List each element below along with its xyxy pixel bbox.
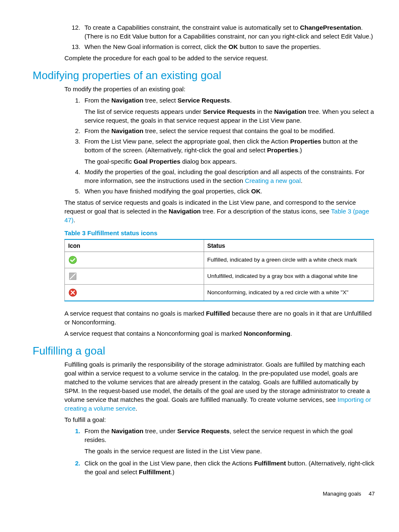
heading-fulfilling-goal: Fulfilling a goal xyxy=(33,344,375,357)
text: The list of service requests appears und… xyxy=(84,108,203,115)
text: .) xyxy=(298,146,302,154)
list-number: 3. xyxy=(64,137,84,166)
list-number: 2. xyxy=(64,459,84,476)
text: .) xyxy=(171,468,174,475)
text: . xyxy=(136,405,137,412)
list-item: 1. From the Navigation tree, under Servi… xyxy=(64,427,375,455)
icon-cell xyxy=(65,252,204,268)
fulfilled-icon xyxy=(68,255,77,265)
list-item-13: 13. When the New Goal information is cor… xyxy=(64,42,375,51)
text: To create a Capabilities constraint, the… xyxy=(84,24,300,31)
text: When you have finished modifying the goa… xyxy=(84,188,251,195)
status-cell: Fulfilled, indicated by a green circle w… xyxy=(204,252,373,268)
list-number: 1. xyxy=(64,96,84,125)
bold-text: Navigation xyxy=(274,108,307,115)
unfulfilled-icon xyxy=(68,272,77,281)
list-number: 13. xyxy=(64,42,84,51)
svg-point-0 xyxy=(69,256,77,264)
sub-paragraph: The goals in the service request are lis… xyxy=(84,447,375,455)
list-body: Modify the properties of the goal, inclu… xyxy=(84,167,375,185)
list-body: From the Navigation tree, under Service … xyxy=(84,427,375,455)
text: button to save the properties. xyxy=(238,43,321,50)
footer-label: Managing goals xyxy=(323,491,361,497)
list-number: 1. xyxy=(64,427,84,455)
text: From the xyxy=(84,127,111,134)
text: From the List View pane, select the appr… xyxy=(84,138,290,145)
bold-text: Service Requests xyxy=(178,97,230,104)
sub-paragraph: The list of service requests appears und… xyxy=(84,107,375,125)
nonconforming-icon xyxy=(68,288,77,297)
list-item: 5. When you have finished modifying the … xyxy=(64,187,375,195)
icon-cell xyxy=(65,285,204,301)
text: When the New Goal information is correct… xyxy=(84,43,228,50)
bold-text: Fulfilled xyxy=(206,310,230,317)
list-item: 2. From the Navigation tree, select the … xyxy=(64,126,375,135)
text: tree. For a description of the status ic… xyxy=(201,208,331,215)
list-item-12: 12. To create a Capabilities constraint,… xyxy=(64,23,375,41)
text: The goal-specific xyxy=(84,158,134,165)
bold-text: Navigation xyxy=(111,427,143,434)
icon-cell xyxy=(65,268,204,285)
text: From the xyxy=(84,427,111,434)
heading-modifying-properties: Modifying properties of an existing goal xyxy=(33,69,375,82)
list-body: From the Navigation tree, select the ser… xyxy=(84,126,375,135)
paragraph: To modify the properties of an existing … xyxy=(64,85,375,93)
text: A service request that contains a Noncon… xyxy=(64,330,244,337)
bold-text: Service Requests xyxy=(203,108,255,115)
text: . xyxy=(301,177,302,184)
list-item: 4. Modify the properties of the goal, in… xyxy=(64,167,375,185)
bold-text: Fulfillment xyxy=(254,460,286,467)
bold-text: Service Requests xyxy=(177,427,230,434)
paragraph: Fulfilling goals is primarily the respon… xyxy=(64,360,375,413)
text: From the xyxy=(84,97,111,104)
sub-paragraph: The goal-specific Goal Properties dialog… xyxy=(84,157,375,166)
bold-text: Navigation xyxy=(111,97,143,104)
bold-text: ChangePresentation xyxy=(300,24,361,31)
paragraph: To fulfill a goal: xyxy=(64,415,375,424)
text: dialog box appears. xyxy=(180,158,237,165)
table-caption: Table 3 Fulfillment status icons xyxy=(64,229,375,236)
paragraph: A service request that contains no goals… xyxy=(64,309,375,326)
list-item: 2. Click on the goal in the List View pa… xyxy=(64,459,375,476)
bold-text: Properties xyxy=(267,146,298,154)
text: . xyxy=(261,188,262,195)
list-body: From the Navigation tree, select Service… xyxy=(84,96,375,125)
list-number: 5. xyxy=(64,187,84,195)
document-page: 12. To create a Capabilities constraint,… xyxy=(0,0,399,514)
bold-text: OK xyxy=(228,43,238,50)
ordered-list-modify: 1. From the Navigation tree, select Serv… xyxy=(64,96,375,195)
bold-text: Fulfillment xyxy=(139,468,171,475)
bold-text: Nonconforming xyxy=(244,330,291,337)
list-number: 2. xyxy=(64,126,84,135)
table-header: Icon xyxy=(65,239,204,252)
table-header: Status xyxy=(204,239,373,252)
list-body: To create a Capabilities constraint, the… xyxy=(84,23,375,41)
list-body: Click on the goal in the List View pane,… xyxy=(84,459,375,476)
text: tree, select xyxy=(143,97,178,104)
bold-text: Properties xyxy=(290,138,321,145)
page-footer: Managing goals 47 xyxy=(33,491,375,497)
text: . xyxy=(74,216,75,224)
text: . xyxy=(290,330,292,337)
bold-text: OK xyxy=(251,188,261,195)
page-number: 47 xyxy=(369,491,375,497)
table-row: Unfulfilled, indicated by a gray box wit… xyxy=(65,268,374,285)
link-creating-new-goal[interactable]: Creating a new goal xyxy=(245,177,301,184)
bold-text: Goal Properties xyxy=(134,158,181,165)
text: A service request that contains no goals… xyxy=(64,310,206,317)
bold-text: Navigation xyxy=(169,208,201,215)
text: tree, under xyxy=(143,427,177,434)
list-item: 3. From the List View pane, select the a… xyxy=(64,137,375,166)
status-cell: Unfulfilled, indicated by a gray box wit… xyxy=(204,268,373,285)
text: Click on the goal in the List View pane,… xyxy=(84,460,254,467)
list-number: 12. xyxy=(64,23,84,41)
paragraph: Complete the procedure for each goal to … xyxy=(64,54,375,62)
list-body: When you have finished modifying the goa… xyxy=(84,187,375,195)
fulfillment-status-table: Icon Status Fulfilled, indicated by a gr… xyxy=(64,239,374,301)
text: in the xyxy=(256,108,274,115)
text: tree, select the service request that co… xyxy=(143,127,335,134)
paragraph: A service request that contains a Noncon… xyxy=(64,329,375,338)
list-body: When the New Goal information is correct… xyxy=(84,42,375,51)
list-body: From the List View pane, select the appr… xyxy=(84,137,375,166)
ordered-list-fulfill: 1. From the Navigation tree, under Servi… xyxy=(64,427,375,476)
